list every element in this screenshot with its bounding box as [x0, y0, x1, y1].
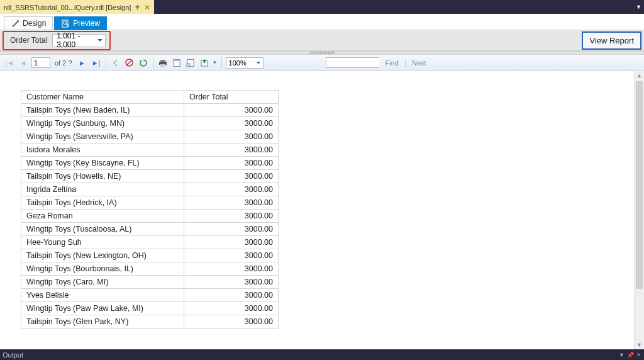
cell-customer-name: Wingtip Toys (Tuscaloosa, AL): [21, 223, 184, 236]
table-row: Ingrida Zeltina3000.00: [21, 183, 279, 196]
cell-customer-name: Geza Roman: [21, 210, 184, 223]
print-layout-button[interactable]: [171, 57, 182, 69]
cell-order-total: 3000.00: [184, 157, 279, 170]
table-row: Isidora Morales3000.00: [21, 143, 279, 157]
table-row: Wingtip Toys (Caro, MI)3000.00: [21, 276, 279, 289]
refresh-button[interactable]: [138, 57, 149, 69]
cell-order-total: 3000.00: [184, 104, 279, 117]
tab-design[interactable]: Design: [4, 16, 53, 30]
pin-icon[interactable]: 📌: [627, 352, 634, 358]
svg-rect-5: [160, 60, 165, 62]
param-label: Order Total: [10, 36, 47, 45]
cell-customer-name: Tailspin Toys (New Baden, IL): [21, 104, 184, 117]
svg-point-2: [63, 21, 66, 24]
export-menu-button[interactable]: ▼: [213, 57, 218, 69]
table-row: Wingtip Toys (Paw Paw Lake, MI)3000.00: [21, 302, 279, 315]
titlebar-right: ▼: [636, 0, 644, 14]
report-viewer-toolbar: |◄ ◄ of 2 ? ► ►| ▼ 100% Find Next: [0, 55, 644, 71]
table-row: Tailspin Toys (Glen Park, NY)3000.00: [21, 315, 279, 329]
output-label: Output: [3, 351, 23, 359]
table-row: Wingtip Toys (Sarversville, PA)3000.00: [21, 130, 279, 143]
table-row: Wingtip Toys (Bourbonnais, IL)3000.00: [21, 262, 279, 276]
cell-customer-name: Wingtip Toys (Sarversville, PA): [21, 130, 184, 143]
tab-design-label: Design: [23, 19, 46, 28]
window-menu-icon[interactable]: ▼: [619, 352, 625, 358]
report-surface[interactable]: Customer Name Order Total Tailspin Toys …: [0, 71, 644, 329]
zoom-value: 100%: [229, 59, 247, 67]
cell-customer-name: Wingtip Toys (Sunburg, MN): [21, 117, 184, 130]
find-input[interactable]: [326, 57, 379, 68]
table-row: Geza Roman3000.00: [21, 210, 279, 223]
titlebar: rdl_SSRSTutorial_00...lQuery.rdl [Design…: [0, 0, 644, 14]
tab-preview[interactable]: Preview: [54, 16, 107, 30]
prev-page-button[interactable]: ◄: [18, 57, 29, 69]
cell-customer-name: Tailspin Toys (Hedrick, IA): [21, 196, 184, 210]
tab-preview-label: Preview: [73, 19, 100, 28]
cell-order-total: 3000.00: [184, 289, 279, 302]
table-row: Tailspin Toys (Howells, NE)3000.00: [21, 170, 279, 183]
find-button[interactable]: Find: [382, 59, 402, 67]
table-row: Tailspin Toys (Hedrick, IA)3000.00: [21, 196, 279, 210]
view-report-button[interactable]: View Report: [582, 31, 641, 50]
cell-customer-name: Wingtip Toys (Caro, MI): [21, 276, 184, 289]
print-button[interactable]: [157, 57, 169, 69]
table-row: Yves Belisle3000.00: [21, 289, 279, 302]
preview-icon: [61, 19, 70, 28]
cell-order-total: 3000.00: [184, 223, 279, 236]
vertical-scrollbar[interactable]: ▲ ▼: [634, 71, 644, 349]
table-row: Tailspin Toys (New Lexington, OH)3000.00: [21, 249, 279, 262]
cell-order-total: 3000.00: [184, 170, 279, 183]
column-header-total: Order Total: [184, 91, 279, 104]
cell-order-total: 3000.00: [184, 196, 279, 210]
cell-customer-name: Ingrida Zeltina: [21, 183, 184, 196]
close-icon[interactable]: ✕: [636, 352, 641, 358]
pin-icon[interactable]: [135, 4, 140, 10]
cell-order-total: 3000.00: [184, 262, 279, 276]
find-next-button[interactable]: Next: [408, 59, 430, 67]
order-total-select[interactable]: 1,001 - 3,000: [52, 34, 106, 47]
output-window-header[interactable]: Output ▼ 📌 ✕: [0, 349, 644, 360]
cell-customer-name: Tailspin Toys (Howells, NE): [21, 170, 184, 183]
cell-order-total: 3000.00: [184, 236, 279, 249]
document-tab-label: rdl_SSRSTutorial_00...lQuery.rdl [Design…: [4, 4, 131, 11]
back-button[interactable]: [110, 57, 121, 69]
cell-customer-name: Tailspin Toys (Glen Park, NY): [21, 315, 184, 329]
scroll-down-icon[interactable]: ▼: [635, 340, 644, 349]
design-icon: [11, 19, 19, 28]
cell-customer-name: Yves Belisle: [21, 289, 184, 302]
scroll-up-icon[interactable]: ▲: [635, 71, 644, 80]
cell-order-total: 3000.00: [184, 249, 279, 262]
next-page-button[interactable]: ►: [77, 57, 88, 69]
cell-customer-name: Tailspin Toys (New Lexington, OH): [21, 249, 184, 262]
first-page-button[interactable]: |◄: [4, 57, 15, 69]
close-icon[interactable]: ✕: [144, 3, 150, 12]
last-page-button[interactable]: ►|: [91, 57, 102, 69]
svg-rect-11: [187, 64, 190, 67]
cell-order-total: 3000.00: [184, 302, 279, 315]
export-button[interactable]: [199, 57, 210, 69]
chevron-down-icon: [97, 39, 103, 42]
zoom-select[interactable]: 100%: [226, 57, 264, 69]
document-tab-well: rdl_SSRSTutorial_00...lQuery.rdl [Design…: [0, 0, 154, 14]
table-row: Hee-Young Suh3000.00: [21, 236, 279, 249]
scroll-thumb[interactable]: [636, 81, 643, 289]
cell-customer-name: Wingtip Toys (Key Biscayne, FL): [21, 157, 184, 170]
cell-customer-name: Hee-Young Suh: [21, 236, 184, 249]
chevron-down-icon[interactable]: ▼: [636, 4, 641, 10]
page-of-label: of 2 ?: [55, 59, 72, 67]
svg-rect-9: [174, 59, 180, 60]
separator: [106, 57, 106, 69]
page-setup-button[interactable]: [185, 57, 196, 69]
separator: [153, 57, 153, 69]
svg-line-4: [127, 60, 131, 65]
separator: [405, 59, 406, 67]
cell-order-total: 3000.00: [184, 117, 279, 130]
stop-button[interactable]: [124, 57, 135, 69]
cell-customer-name: Wingtip Toys (Paw Paw Lake, MI): [21, 302, 184, 315]
svg-rect-7: [160, 64, 165, 67]
page-number-input[interactable]: [31, 57, 50, 68]
document-tab[interactable]: rdl_SSRSTutorial_00...lQuery.rdl [Design…: [0, 0, 154, 14]
cell-order-total: 3000.00: [184, 210, 279, 223]
report-table: Customer Name Order Total Tailspin Toys …: [21, 90, 279, 329]
cell-order-total: 3000.00: [184, 315, 279, 329]
